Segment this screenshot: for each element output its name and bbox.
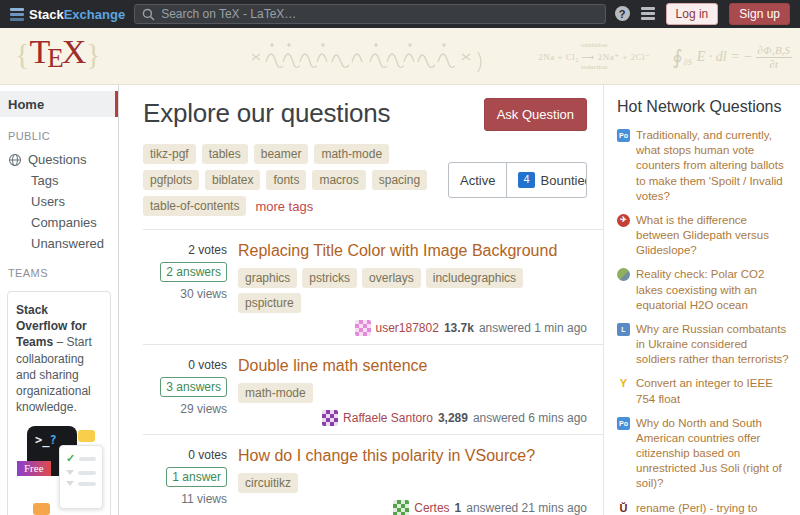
page-title: Explore our questions (143, 98, 390, 129)
tag-pspicture[interactable]: pspicture (238, 293, 301, 313)
question-stats: 2 votes2 answers30 views (143, 240, 227, 336)
hot-question-link[interactable]: Reality check: Polar CO2 lakes coexistin… (636, 267, 790, 313)
tag-beamer[interactable]: beamer (254, 144, 309, 164)
tag-spacing[interactable]: spacing (372, 170, 427, 190)
tag-tables[interactable]: tables (202, 144, 248, 164)
question-title-link[interactable]: Double line math sentence (238, 356, 587, 376)
maxwell-equation-decoration: ∮ ∂S E · dl = − ∂Φ‚B,S ∂t (672, 44, 792, 70)
search-icon (142, 8, 155, 21)
code-golf-site-icon: Y (617, 377, 630, 390)
signup-button[interactable]: Sign up (729, 3, 790, 25)
aviation-site-icon: ✈ (617, 214, 630, 227)
user-avatar[interactable] (322, 410, 338, 426)
politics-site-icon: Po (617, 417, 630, 430)
ask-question-button[interactable]: Ask Question (484, 98, 587, 131)
tag-fonts[interactable]: fonts (266, 170, 306, 190)
question-title-link[interactable]: Replacing Title Color with Image Backgro… (238, 241, 587, 261)
hot-question-link[interactable]: Why do North and South American countrie… (636, 416, 790, 492)
user-avatar[interactable] (393, 500, 409, 515)
activity-time: answered 21 mins ago (466, 501, 587, 515)
question-tags: math-mode (238, 383, 587, 403)
hot-network-questions-panel: Hot Network Questions PoTraditionally, a… (604, 85, 800, 515)
hot-question-item: Reality check: Polar CO2 lakes coexistin… (617, 267, 790, 313)
question-row: 0 votes3 answers29 viewsDouble line math… (143, 345, 603, 435)
user-name-link[interactable]: Raffaele Santoro (343, 411, 433, 425)
tag-includegraphics[interactable]: includegraphics (426, 268, 523, 288)
filter-label: Active (460, 173, 495, 188)
filter-label: Bountied (541, 173, 587, 188)
teams-illustration: >_? ✓ Free (16, 423, 102, 515)
user-reputation: 1 (455, 501, 462, 515)
hot-question-item: YConvert an integer to IEEE 754 float (617, 376, 790, 406)
answer-count: 3 answers (160, 377, 227, 397)
sidebar-item-label: Questions (28, 152, 87, 167)
tag-pgfplots[interactable]: pgfplots (143, 170, 199, 190)
logo-brace-left: { (15, 39, 29, 69)
logo-brace-right: } (86, 39, 100, 69)
worldbuilding-site-icon (617, 268, 630, 281)
question-attribution: Raffaele Santoro3,289answered 6 mins ago (322, 403, 587, 426)
tag-overlays[interactable]: overlays (362, 268, 421, 288)
help-icon[interactable]: ? (615, 6, 630, 21)
tag-tikz-pgf[interactable]: tikz-pgf (143, 144, 196, 164)
tag-math-mode[interactable]: math-mode (314, 144, 389, 164)
question-tags: circuitikz (238, 473, 587, 493)
question-summary: How do I change this polarity in VSource… (238, 445, 587, 515)
question-attribution: Certes1answered 21 mins ago (393, 493, 587, 515)
globe-icon (8, 153, 22, 167)
question-summary: Replacing Title Color with Image Backgro… (238, 240, 587, 336)
hot-network-questions-title: Hot Network Questions (617, 98, 790, 116)
hot-question-link[interactable]: rename (Perl) - trying to renumber a lis… (636, 501, 790, 515)
user-name-link[interactable]: Certes (414, 501, 449, 515)
sidebar-item-home[interactable]: Home (0, 91, 118, 117)
filter-bountied[interactable]: 4Bountied (506, 163, 587, 197)
hot-question-item: PoTraditionally, and currently, what sto… (617, 128, 790, 204)
hot-question-item: PoWhy do North and South American countr… (617, 416, 790, 492)
sidebar-item-unanswered[interactable]: Unanswered (0, 233, 118, 254)
hot-question-link[interactable]: Traditionally, and currently, what stops… (636, 128, 790, 204)
sidebar-item-companies[interactable]: Companies (0, 212, 118, 233)
tag-graphics[interactable]: graphics (238, 268, 297, 288)
filter-active[interactable]: Active (449, 163, 506, 197)
hot-question-link[interactable]: What is the difference between Glidepath… (636, 213, 790, 259)
bounty-count-badge: 4 (518, 172, 534, 188)
user-avatar[interactable] (355, 320, 371, 336)
law-site-icon: L (617, 323, 630, 336)
tag-circuitikz[interactable]: circuitikz (238, 473, 298, 493)
topbar-actions: ? Log in Sign up (615, 3, 790, 25)
stackexchange-stack-icon (10, 8, 24, 21)
question-list: 2 votes2 answers30 viewsReplacing Title … (143, 229, 603, 515)
view-count: 30 views (180, 287, 227, 301)
free-badge: Free (17, 461, 51, 476)
tag-math-mode[interactable]: math-mode (238, 383, 313, 403)
question-title-link[interactable]: How do I change this polarity in VSource… (238, 446, 587, 466)
hot-question-link[interactable]: Convert an integer to IEEE 754 float (636, 376, 790, 406)
teams-promo-text: Stack Overflow for Teams – Start collabo… (16, 302, 102, 415)
tag-macros[interactable]: macros (312, 170, 365, 190)
sidebar-item-users[interactable]: Users (0, 191, 118, 212)
question-attribution: user18780213.7kanswered 1 min ago (355, 313, 588, 336)
user-name-link[interactable]: user187802 (376, 321, 439, 335)
hot-question-item: ✈What is the difference between Glidepat… (617, 213, 790, 259)
tex-site-logo[interactable]: { T E X } (15, 35, 101, 72)
search-input[interactable] (161, 7, 597, 21)
site-switcher-icon[interactable] (641, 7, 655, 20)
stackexchange-logo[interactable]: StackExchange (10, 7, 125, 22)
featured-tags: tikz-pgftablesbeamermath-modepgfplotsbib… (143, 144, 448, 216)
tag-table-of-contents[interactable]: table-of-contents (143, 196, 246, 216)
tag-biblatex[interactable]: biblatex (205, 170, 260, 190)
user-reputation: 13.7k (444, 321, 474, 335)
site-search (134, 4, 605, 24)
login-button[interactable]: Log in (666, 3, 719, 25)
more-tags-link[interactable]: more tags (255, 199, 313, 214)
stackexchange-logo-text: StackExchange (29, 7, 125, 22)
sidebar-section-teams: TEAMS (0, 254, 118, 286)
vote-count: 0 votes (188, 358, 227, 372)
sidebar-item-questions[interactable]: Questions (0, 149, 118, 170)
politics-site-icon: Po (617, 129, 630, 142)
tag-pstricks[interactable]: pstricks (302, 268, 357, 288)
sidebar-item-tags[interactable]: Tags (0, 170, 118, 191)
view-count: 29 views (180, 402, 227, 416)
hot-question-link[interactable]: Why are Russian combatants in Ukraine co… (636, 322, 790, 368)
hot-question-item: LWhy are Russian combatants in Ukraine c… (617, 322, 790, 368)
